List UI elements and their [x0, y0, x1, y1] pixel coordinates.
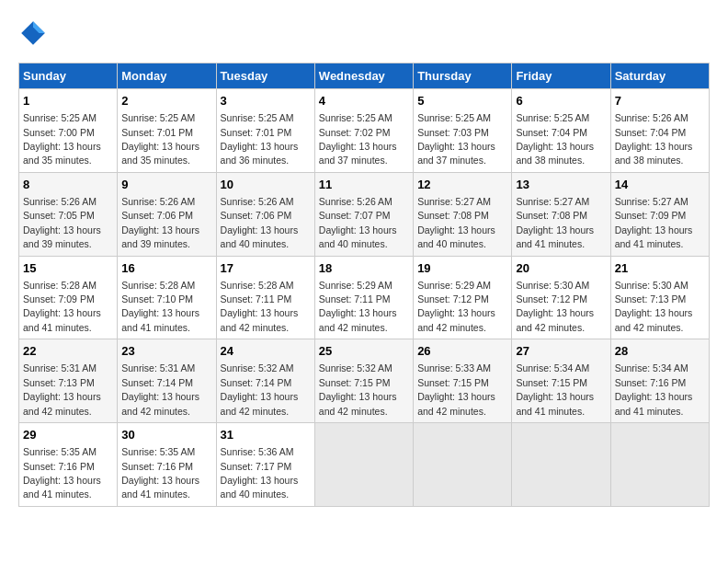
- calendar-cell: 5Sunrise: 5:25 AMSunset: 7:03 PMDaylight…: [414, 89, 512, 173]
- day-number: 2: [121, 93, 211, 109]
- day-info: Sunrise: 5:25 AMSunset: 7:00 PMDaylight:…: [23, 112, 101, 166]
- calendar-cell: 6Sunrise: 5:25 AMSunset: 7:04 PMDaylight…: [512, 89, 610, 173]
- day-info: Sunrise: 5:25 AMSunset: 7:01 PMDaylight:…: [221, 112, 299, 166]
- column-header-friday: Friday: [512, 63, 610, 89]
- day-number: 15: [23, 260, 113, 277]
- day-info: Sunrise: 5:26 AMSunset: 7:04 PMDaylight:…: [615, 112, 693, 166]
- column-header-monday: Monday: [118, 63, 216, 89]
- calendar-cell: 15Sunrise: 5:28 AMSunset: 7:09 PMDayligh…: [19, 256, 118, 339]
- day-info: Sunrise: 5:26 AMSunset: 7:07 PMDaylight:…: [319, 196, 397, 249]
- day-number: 4: [319, 93, 409, 109]
- calendar-cell: 2Sunrise: 5:25 AMSunset: 7:01 PMDaylight…: [118, 89, 216, 173]
- day-number: 6: [516, 93, 606, 109]
- calendar-cell: [314, 423, 413, 507]
- calendar-cell: [414, 423, 512, 507]
- day-info: Sunrise: 5:27 AMSunset: 7:08 PMDaylight:…: [516, 196, 594, 249]
- calendar-cell: 1Sunrise: 5:25 AMSunset: 7:00 PMDaylight…: [19, 89, 118, 173]
- day-number: 26: [417, 343, 507, 360]
- day-number: 22: [23, 343, 113, 360]
- day-number: 16: [121, 260, 211, 277]
- column-header-saturday: Saturday: [610, 63, 709, 89]
- calendar-cell: 16Sunrise: 5:28 AMSunset: 7:10 PMDayligh…: [118, 256, 216, 339]
- day-number: 14: [615, 177, 705, 193]
- day-number: 19: [417, 260, 507, 277]
- day-number: 13: [516, 177, 606, 193]
- day-number: 18: [319, 260, 409, 277]
- day-info: Sunrise: 5:29 AMSunset: 7:11 PMDaylight:…: [319, 280, 397, 333]
- day-number: 7: [615, 93, 705, 109]
- column-header-tuesday: Tuesday: [216, 63, 314, 89]
- day-number: 27: [516, 343, 606, 360]
- calendar-cell: 19Sunrise: 5:29 AMSunset: 7:12 PMDayligh…: [414, 256, 512, 339]
- logo: [18, 18, 51, 48]
- day-info: Sunrise: 5:36 AMSunset: 7:17 PMDaylight:…: [221, 446, 299, 500]
- calendar-cell: 13Sunrise: 5:27 AMSunset: 7:08 PMDayligh…: [512, 172, 610, 256]
- day-info: Sunrise: 5:25 AMSunset: 7:04 PMDaylight:…: [516, 112, 594, 166]
- day-info: Sunrise: 5:25 AMSunset: 7:02 PMDaylight:…: [319, 112, 397, 166]
- page-header: [18, 18, 710, 48]
- day-info: Sunrise: 5:32 AMSunset: 7:15 PMDaylight:…: [319, 362, 397, 416]
- calendar-cell: 8Sunrise: 5:26 AMSunset: 7:05 PMDaylight…: [19, 172, 118, 256]
- calendar-cell: 29Sunrise: 5:35 AMSunset: 7:16 PMDayligh…: [19, 423, 118, 507]
- day-number: 11: [319, 177, 409, 193]
- calendar-cell: 14Sunrise: 5:27 AMSunset: 7:09 PMDayligh…: [610, 172, 709, 256]
- calendar-cell: 21Sunrise: 5:30 AMSunset: 7:13 PMDayligh…: [610, 256, 709, 339]
- calendar-cell: 25Sunrise: 5:32 AMSunset: 7:15 PMDayligh…: [314, 339, 413, 423]
- calendar-cell: 4Sunrise: 5:25 AMSunset: 7:02 PMDaylight…: [314, 89, 413, 173]
- calendar-cell: 23Sunrise: 5:31 AMSunset: 7:14 PMDayligh…: [118, 339, 216, 423]
- calendar-week-row: 15Sunrise: 5:28 AMSunset: 7:09 PMDayligh…: [19, 256, 710, 339]
- column-header-thursday: Thursday: [414, 63, 512, 89]
- day-number: 23: [121, 343, 211, 360]
- calendar-cell: 22Sunrise: 5:31 AMSunset: 7:13 PMDayligh…: [19, 339, 118, 423]
- calendar-cell: 18Sunrise: 5:29 AMSunset: 7:11 PMDayligh…: [314, 256, 413, 339]
- day-number: 31: [221, 427, 311, 443]
- day-number: 3: [221, 93, 311, 109]
- day-number: 8: [23, 177, 113, 193]
- calendar-cell: 11Sunrise: 5:26 AMSunset: 7:07 PMDayligh…: [314, 172, 413, 256]
- calendar-cell: [512, 423, 610, 507]
- day-info: Sunrise: 5:30 AMSunset: 7:12 PMDaylight:…: [516, 280, 594, 333]
- day-number: 24: [221, 343, 311, 360]
- calendar-cell: 17Sunrise: 5:28 AMSunset: 7:11 PMDayligh…: [216, 256, 314, 339]
- day-info: Sunrise: 5:30 AMSunset: 7:13 PMDaylight:…: [615, 280, 693, 333]
- calendar-table: SundayMondayTuesdayWednesdayThursdayFrid…: [18, 63, 710, 507]
- day-info: Sunrise: 5:29 AMSunset: 7:12 PMDaylight:…: [417, 280, 495, 333]
- day-info: Sunrise: 5:34 AMSunset: 7:15 PMDaylight:…: [516, 362, 594, 416]
- day-number: 17: [221, 260, 311, 277]
- calendar-cell: 10Sunrise: 5:26 AMSunset: 7:06 PMDayligh…: [216, 172, 314, 256]
- day-number: 29: [23, 427, 113, 443]
- day-info: Sunrise: 5:25 AMSunset: 7:03 PMDaylight:…: [417, 112, 495, 166]
- day-info: Sunrise: 5:35 AMSunset: 7:16 PMDaylight:…: [121, 446, 199, 500]
- calendar-cell: 9Sunrise: 5:26 AMSunset: 7:06 PMDaylight…: [118, 172, 216, 256]
- day-number: 30: [121, 427, 211, 443]
- day-info: Sunrise: 5:34 AMSunset: 7:16 PMDaylight:…: [615, 362, 693, 416]
- day-info: Sunrise: 5:28 AMSunset: 7:10 PMDaylight:…: [121, 280, 199, 333]
- day-number: 21: [615, 260, 705, 277]
- day-info: Sunrise: 5:26 AMSunset: 7:05 PMDaylight:…: [23, 196, 101, 249]
- calendar-cell: 20Sunrise: 5:30 AMSunset: 7:12 PMDayligh…: [512, 256, 610, 339]
- day-info: Sunrise: 5:35 AMSunset: 7:16 PMDaylight:…: [23, 446, 101, 500]
- day-number: 9: [121, 177, 211, 193]
- day-number: 25: [319, 343, 409, 360]
- day-info: Sunrise: 5:26 AMSunset: 7:06 PMDaylight:…: [121, 196, 199, 249]
- day-number: 12: [417, 177, 507, 193]
- calendar-cell: [610, 423, 709, 507]
- day-info: Sunrise: 5:27 AMSunset: 7:08 PMDaylight:…: [417, 196, 495, 249]
- day-info: Sunrise: 5:32 AMSunset: 7:14 PMDaylight:…: [221, 362, 299, 416]
- day-info: Sunrise: 5:28 AMSunset: 7:09 PMDaylight:…: [23, 280, 101, 333]
- calendar-cell: 7Sunrise: 5:26 AMSunset: 7:04 PMDaylight…: [610, 89, 709, 173]
- day-number: 10: [221, 177, 311, 193]
- calendar-header-row: SundayMondayTuesdayWednesdayThursdayFrid…: [19, 63, 710, 89]
- column-header-sunday: Sunday: [19, 63, 118, 89]
- day-number: 1: [23, 93, 113, 109]
- calendar-week-row: 1Sunrise: 5:25 AMSunset: 7:00 PMDaylight…: [19, 89, 710, 173]
- day-number: 5: [417, 93, 507, 109]
- day-info: Sunrise: 5:28 AMSunset: 7:11 PMDaylight:…: [221, 280, 299, 333]
- calendar-cell: 28Sunrise: 5:34 AMSunset: 7:16 PMDayligh…: [610, 339, 709, 423]
- calendar-week-row: 22Sunrise: 5:31 AMSunset: 7:13 PMDayligh…: [19, 339, 710, 423]
- day-info: Sunrise: 5:31 AMSunset: 7:13 PMDaylight:…: [23, 362, 101, 416]
- logo-icon: [18, 18, 48, 48]
- calendar-cell: 24Sunrise: 5:32 AMSunset: 7:14 PMDayligh…: [216, 339, 314, 423]
- day-number: 28: [615, 343, 705, 360]
- day-info: Sunrise: 5:31 AMSunset: 7:14 PMDaylight:…: [121, 362, 199, 416]
